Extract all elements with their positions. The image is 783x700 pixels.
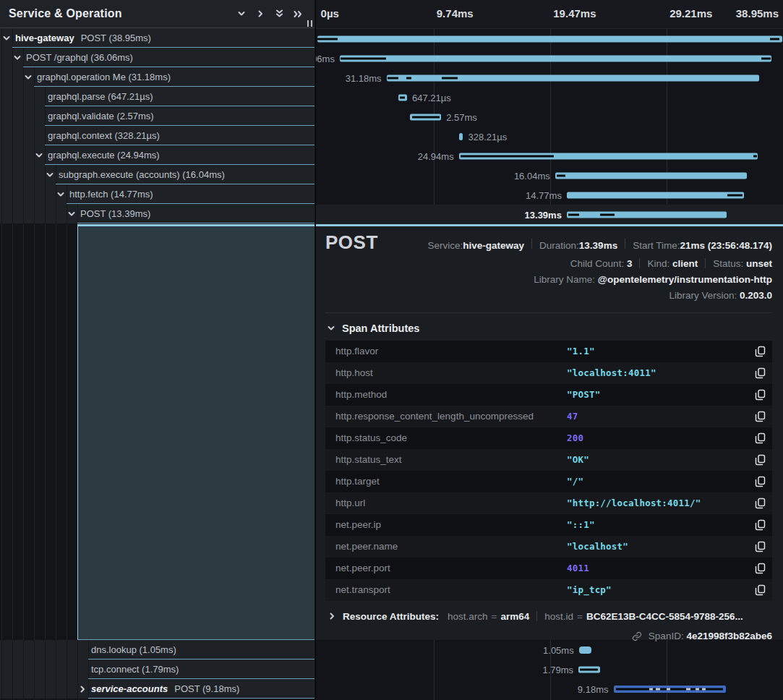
timeline-row[interactable]: 1.79ms — [316, 660, 783, 679]
span-bar-mark — [341, 57, 386, 59]
timeline-row[interactable]: 24.94ms — [316, 146, 783, 166]
chevron-down-icon[interactable] — [56, 190, 65, 199]
field-divider — [639, 258, 640, 268]
timeline-row[interactable]: 14.77ms — [316, 185, 783, 205]
copy-icon[interactable] — [748, 367, 772, 379]
span-bar[interactable] — [459, 133, 463, 140]
span-tree-row[interactable]: graphql.operation Me (31.18ms) — [0, 67, 315, 87]
span-tree-row[interactable]: graphql.execute (24.94ms) — [0, 145, 315, 165]
field-value: hive-gateway — [463, 240, 524, 251]
span-bar[interactable] — [567, 192, 744, 198]
chevron-down-icon[interactable] — [35, 151, 43, 160]
span-detail-line3: Library Name: @opentelemetry/instrumenta… — [325, 274, 772, 285]
timeline-row[interactable]: 31.18ms — [316, 68, 783, 88]
copy-icon[interactable] — [748, 432, 772, 444]
field-value: 13.39ms — [579, 240, 617, 251]
copy-icon[interactable] — [748, 563, 772, 574]
span-bar[interactable] — [555, 172, 748, 179]
resource-attributes-row[interactable]: Resource Attributes: host.arch=arm64host… — [325, 611, 772, 622]
span-tree-row[interactable]: POST /graphql (36.06ms) — [0, 48, 315, 67]
timeline-panel: 0µs9.74ms19.47ms29.21ms38.95ms 36.06ms31… — [315, 0, 783, 700]
timeline-row[interactable]: 36.06ms — [316, 48, 783, 68]
timeline-row[interactable] — [316, 29, 783, 48]
timeline-row[interactable]: 16.04ms — [316, 166, 783, 185]
span-detail-line1: Service: hive-gatewayDuration: 13.39msSt… — [427, 239, 772, 251]
attribute-row: http.target"/" — [325, 471, 772, 492]
span-name: graphql.validate (2.57ms) — [45, 106, 315, 126]
copy-icon[interactable] — [748, 346, 772, 357]
field-value: @opentelemetry/instrumentation-http — [598, 274, 772, 285]
timeline-tick: 19.47ms — [553, 7, 596, 20]
link-icon[interactable] — [632, 631, 642, 644]
operation-name: POST (13.39ms) — [80, 208, 150, 219]
chevron-down-icon[interactable] — [13, 54, 22, 62]
span-bar-mark — [753, 155, 757, 157]
timeline-row[interactable]: 328.21µs — [316, 127, 783, 146]
copy-icon[interactable] — [748, 476, 772, 487]
operation-name: POST (38.95ms) — [81, 33, 151, 43]
span-name: http.fetch (14.77ms) — [67, 184, 315, 204]
chevron-down-icon[interactable] — [46, 171, 54, 179]
timeline-row[interactable]: 647.21µs — [316, 88, 783, 107]
chevron-down-icon[interactable] — [232, 4, 251, 23]
operation-name: tcp.connect (1.79ms) — [91, 664, 179, 675]
span-tree-row[interactable]: graphql.parse (647.21µs) — [0, 87, 315, 106]
chevron-right-icon[interactable] — [251, 4, 270, 23]
operation-name: graphql.context (328.21µs) — [48, 130, 160, 141]
equals-sign: = — [492, 611, 497, 622]
attribute-row: http.url"http://localhost:4011/" — [325, 492, 772, 514]
span-attributes-toggle[interactable]: Span Attributes — [327, 323, 772, 334]
attribute-key: http.method — [335, 389, 567, 400]
span-bar[interactable] — [317, 35, 782, 42]
span-tree-row[interactable]: http.fetch (14.77ms) — [0, 184, 315, 204]
span-bar-mark — [770, 38, 779, 40]
field-divider — [705, 258, 706, 268]
span-duration-label: 16.04ms — [514, 170, 550, 181]
span-tree-row[interactable]: service-accountsPOST (9.18ms) — [0, 679, 315, 699]
field-label: Status: — [713, 258, 746, 269]
span-tree-row[interactable]: POST (13.39ms) — [0, 204, 315, 223]
double-chevron-right-icon[interactable] — [288, 4, 307, 23]
chevron-right-icon[interactable] — [78, 685, 87, 693]
attribute-row: http.method"POST" — [325, 384, 772, 406]
chevron-down-icon[interactable] — [2, 34, 11, 43]
chevron-down-icon[interactable] — [67, 210, 76, 218]
span-bar[interactable] — [340, 55, 771, 61]
span-tree-row[interactable]: hive-gatewayPOST (38.95ms) — [0, 28, 315, 48]
attribute-row: http.status_text"OK" — [325, 449, 772, 471]
copy-icon[interactable] — [748, 519, 772, 531]
span-name: hive-gatewayPOST (38.95ms) — [12, 28, 315, 48]
span-bar-mark-light — [696, 688, 700, 690]
chevron-down-icon[interactable] — [24, 73, 33, 82]
copy-icon[interactable] — [748, 584, 772, 596]
copy-icon[interactable] — [748, 389, 772, 401]
timeline-row[interactable]: 2.57ms — [316, 107, 783, 127]
copy-icon[interactable] — [748, 454, 772, 466]
span-duration-label: 1.79ms — [542, 664, 573, 675]
operation-name: dns.lookup (1.05ms) — [91, 644, 176, 655]
span-name: dns.lookup (1.05ms) — [88, 640, 315, 660]
timeline-row[interactable]: 13.39ms — [316, 205, 783, 224]
double-chevron-down-icon[interactable] — [270, 4, 288, 23]
copy-icon[interactable] — [748, 541, 772, 552]
span-tree-row[interactable]: dns.lookup (1.05ms) — [0, 640, 315, 660]
copy-icon[interactable] — [748, 411, 772, 422]
panel-resize-handle[interactable] — [307, 20, 312, 27]
span-bar-mark — [727, 194, 743, 196]
timeline-row[interactable]: 9.18ms — [316, 679, 783, 699]
span-tree-row[interactable]: graphql.context (328.21µs) — [0, 126, 315, 145]
span-tree-row[interactable]: subgraph.execute (accounts) (16.04ms) — [0, 165, 315, 184]
attribute-value: "http://localhost:4011/" — [567, 498, 748, 508]
span-bar-mark — [568, 213, 578, 215]
span-bar[interactable] — [579, 646, 591, 654]
span-tree-row[interactable]: tcp.connect (1.79ms) — [0, 660, 315, 679]
span-duration-label: 13.39ms — [525, 209, 562, 220]
span-bar[interactable] — [567, 211, 727, 218]
operation-name: graphql.validate (2.57ms) — [48, 111, 154, 121]
span-bar-mark-light — [702, 688, 706, 690]
span-tree-row[interactable]: graphql.validate (2.57ms) — [0, 106, 315, 126]
operation-name: graphql.operation Me (31.18ms) — [37, 72, 171, 82]
attribute-key: http.url — [335, 498, 567, 508]
copy-icon[interactable] — [748, 498, 772, 509]
resource-key: host.arch — [448, 611, 488, 622]
